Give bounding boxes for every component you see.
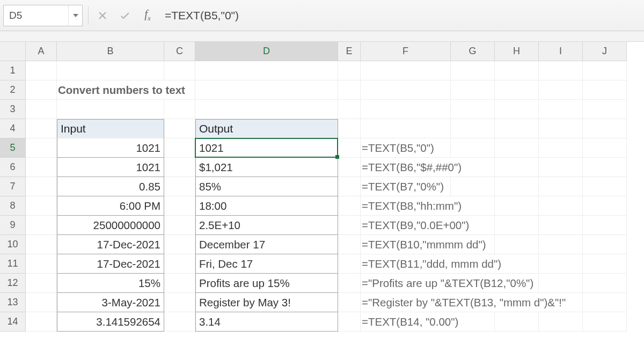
cell-E3[interactable] — [338, 100, 361, 119]
cell-I9[interactable] — [539, 216, 583, 235]
cell-B6[interactable]: 1021 — [57, 158, 164, 177]
row-header-5[interactable]: 5 — [0, 138, 26, 158]
col-header-I[interactable]: I — [539, 42, 583, 61]
cell-D9[interactable]: 2.5E+10 — [195, 216, 338, 235]
cell-C10[interactable] — [164, 235, 195, 254]
cell-F7[interactable]: =TEXT(B7,"0%") — [361, 177, 451, 196]
col-header-B[interactable]: B — [57, 42, 164, 61]
cell-E6[interactable] — [338, 158, 361, 177]
cell-J13[interactable] — [583, 293, 627, 312]
cell-I8[interactable] — [539, 196, 583, 216]
cell-H9[interactable] — [495, 216, 539, 235]
cell-E10[interactable] — [338, 235, 361, 254]
cell-A11[interactable] — [26, 254, 57, 274]
cell-H1[interactable] — [495, 61, 539, 80]
cell-F4[interactable] — [361, 119, 451, 138]
cell-F9[interactable]: =TEXT(B9,"0.0E+00") — [361, 216, 451, 235]
col-header-G[interactable]: G — [451, 42, 495, 61]
cell-J6[interactable] — [583, 158, 627, 177]
cell-E14[interactable] — [338, 312, 361, 332]
col-header-E[interactable]: E — [338, 42, 361, 61]
cell-E13[interactable] — [338, 293, 361, 312]
cell-E5[interactable] — [338, 138, 361, 158]
cell-I6[interactable] — [539, 158, 583, 177]
cell-J11[interactable] — [583, 254, 627, 274]
cell-I12[interactable] — [539, 274, 583, 293]
cell-E7[interactable] — [338, 177, 361, 196]
cell-F12[interactable]: ="Profits are up "&TEXT(B12,"0%") — [361, 274, 451, 293]
cell-J5[interactable] — [583, 138, 627, 158]
cell-C11[interactable] — [164, 254, 195, 274]
cell-A5[interactable] — [26, 138, 57, 158]
col-header-C[interactable]: C — [164, 42, 195, 61]
cell-C1[interactable] — [164, 61, 195, 80]
cell-B12[interactable]: 15% — [57, 274, 164, 293]
cell-A9[interactable] — [26, 216, 57, 235]
cell-D14[interactable]: 3.14 — [195, 312, 338, 332]
cell-E1[interactable] — [338, 61, 361, 80]
cancel-button[interactable] — [94, 7, 111, 24]
cell-I2[interactable] — [539, 80, 583, 100]
cell-D5[interactable]: 1021 — [195, 138, 338, 158]
cell-I3[interactable] — [539, 100, 583, 119]
cell-E11[interactable] — [338, 254, 361, 274]
cell-C3[interactable] — [164, 100, 195, 119]
name-box-dropdown[interactable] — [68, 5, 82, 26]
cell-J14[interactable] — [583, 312, 627, 332]
cell-A12[interactable] — [26, 274, 57, 293]
cell-D10[interactable]: December 17 — [195, 235, 338, 254]
cell-E8[interactable] — [338, 196, 361, 216]
row-header-11[interactable]: 11 — [0, 254, 26, 274]
cell-D2[interactable] — [195, 80, 338, 100]
cell-C6[interactable] — [164, 158, 195, 177]
cell-H5[interactable] — [495, 138, 539, 158]
cell-E2[interactable] — [338, 80, 361, 100]
cell-D3[interactable] — [195, 100, 338, 119]
cell-G5[interactable] — [451, 138, 495, 158]
cell-B7[interactable]: 0.85 — [57, 177, 164, 196]
cell-B2[interactable]: Convert numbers to text — [57, 80, 164, 100]
cell-I1[interactable] — [539, 61, 583, 80]
cell-B5[interactable]: 1021 — [57, 138, 164, 158]
col-header-H[interactable]: H — [495, 42, 539, 61]
cell-C9[interactable] — [164, 216, 195, 235]
cell-D11[interactable]: Fri, Dec 17 — [195, 254, 338, 274]
cell-J10[interactable] — [583, 235, 627, 254]
cell-F8[interactable]: =TEXT(B8,"hh:mm") — [361, 196, 451, 216]
cell-C14[interactable] — [164, 312, 195, 332]
cell-D6[interactable]: $1,021 — [195, 158, 338, 177]
cell-A10[interactable] — [26, 235, 57, 254]
cell-I5[interactable] — [539, 138, 583, 158]
select-all-corner[interactable] — [0, 42, 26, 61]
row-header-3[interactable]: 3 — [0, 100, 26, 119]
cell-D8[interactable]: 18:00 — [195, 196, 338, 216]
row-header-2[interactable]: 2 — [0, 80, 26, 100]
cell-A14[interactable] — [26, 312, 57, 332]
cell-G7[interactable] — [451, 177, 495, 196]
cell-A4[interactable] — [26, 119, 57, 138]
col-header-J[interactable]: J — [583, 42, 627, 61]
col-header-F[interactable]: F — [361, 42, 451, 61]
cell-D13[interactable]: Register by May 3! — [195, 293, 338, 312]
cell-I7[interactable] — [539, 177, 583, 196]
cell-H6[interactable] — [495, 158, 539, 177]
cell-A3[interactable] — [26, 100, 57, 119]
row-header-9[interactable]: 9 — [0, 216, 26, 235]
cell-E12[interactable] — [338, 274, 361, 293]
cell-C7[interactable] — [164, 177, 195, 196]
cell-F2[interactable] — [361, 80, 451, 100]
cell-D4[interactable]: Output — [195, 119, 338, 138]
cell-F5[interactable]: =TEXT(B5,"0") — [361, 138, 451, 158]
cell-J2[interactable] — [583, 80, 627, 100]
cell-J9[interactable] — [583, 216, 627, 235]
cell-B13[interactable]: 3-May-2021 — [57, 293, 164, 312]
cell-F1[interactable] — [361, 61, 451, 80]
cell-F10[interactable]: =TEXT(B10,"mmmm dd") — [361, 235, 451, 254]
cell-H14[interactable] — [495, 312, 539, 332]
cell-C12[interactable] — [164, 274, 195, 293]
name-box[interactable] — [4, 5, 68, 26]
cell-B14[interactable]: 3.141592654 — [57, 312, 164, 332]
cell-F14[interactable]: =TEXT(B14, "0.00") — [361, 312, 451, 332]
cell-F13[interactable]: ="Register by "&TEXT(B13, "mmm d")&"!" — [361, 293, 451, 312]
cell-I10[interactable] — [539, 235, 583, 254]
